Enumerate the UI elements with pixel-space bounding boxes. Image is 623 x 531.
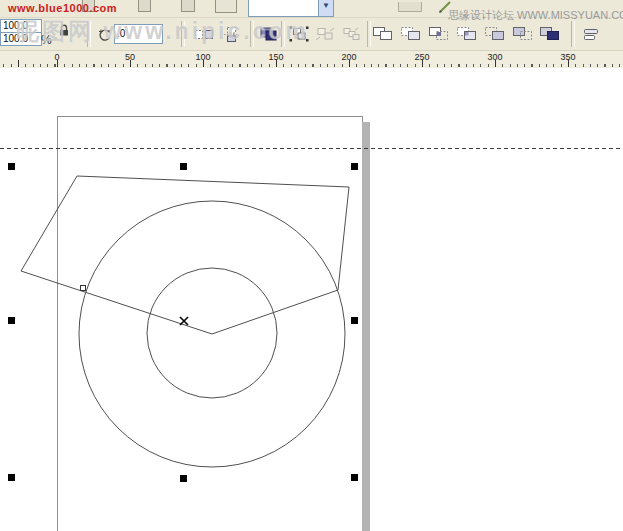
selection-handle-bottom-right[interactable] — [351, 474, 358, 481]
chevron-down-icon[interactable]: ▼ — [318, 0, 333, 16]
curve-node[interactable] — [80, 285, 86, 291]
inner-circle-shape[interactable] — [147, 268, 277, 398]
watermark-missyuan: 思缘设计论坛 WWW.MISSYUAN.COM — [448, 8, 623, 23]
selection-handle-top-left[interactable] — [8, 163, 15, 170]
watermark-nipic: 昵图网 www.nipic.com — [16, 16, 309, 47]
ungroup-icon[interactable] — [313, 22, 337, 46]
selection-handle-middle-left[interactable] — [8, 317, 15, 324]
selection-handle-middle-right[interactable] — [351, 317, 358, 324]
watermark-blue1000: www.blue1000.com — [8, 2, 117, 14]
back-minus-front-icon[interactable] — [511, 22, 535, 46]
selection-handle-top-right[interactable] — [351, 163, 358, 170]
ruler-label: 150 — [268, 52, 283, 62]
drawing-canvas[interactable] — [0, 68, 623, 531]
selection-handle-bottom-left[interactable] — [8, 474, 15, 481]
polygon-shape[interactable] — [21, 176, 349, 334]
trim-icon[interactable] — [399, 22, 423, 46]
horizontal-ruler[interactable]: 0 50 100 150 200 250 300 350 — [0, 51, 623, 69]
ruler-label: 200 — [341, 52, 356, 62]
intersect-icon[interactable] — [427, 22, 451, 46]
rotation-center-marker[interactable] — [180, 317, 188, 325]
front-minus-back-icon[interactable] — [483, 22, 507, 46]
print-preview-icon[interactable] — [215, 0, 237, 13]
ruler-label: 50 — [125, 52, 135, 62]
shape-layer — [0, 68, 623, 531]
ruler-label: 250 — [414, 52, 429, 62]
selection-handle-bottom-center[interactable] — [180, 475, 187, 482]
import-icon[interactable] — [138, 0, 151, 12]
ruler-major-ticks — [0, 60, 623, 67]
export-icon[interactable] — [181, 0, 195, 12]
ruler-label: 100 — [195, 52, 210, 62]
separator — [571, 21, 575, 47]
selection-handle-top-center[interactable] — [180, 163, 187, 170]
coreldraw-window: ▼ 100.0 100.0 % .0 — [0, 0, 623, 531]
create-boundary-icon[interactable] — [538, 22, 562, 46]
ungroup-all-icon[interactable] — [339, 22, 363, 46]
align-icon[interactable] — [579, 22, 603, 46]
ruler-label: 0 — [54, 52, 59, 62]
simplify-icon[interactable] — [455, 22, 479, 46]
zoom-combobox[interactable]: ▼ — [248, 0, 334, 17]
weld-icon[interactable] — [371, 22, 395, 46]
ruler-label: 300 — [487, 52, 502, 62]
ruler-label: 350 — [560, 52, 575, 62]
toolbar-label-fragment — [398, 2, 422, 12]
